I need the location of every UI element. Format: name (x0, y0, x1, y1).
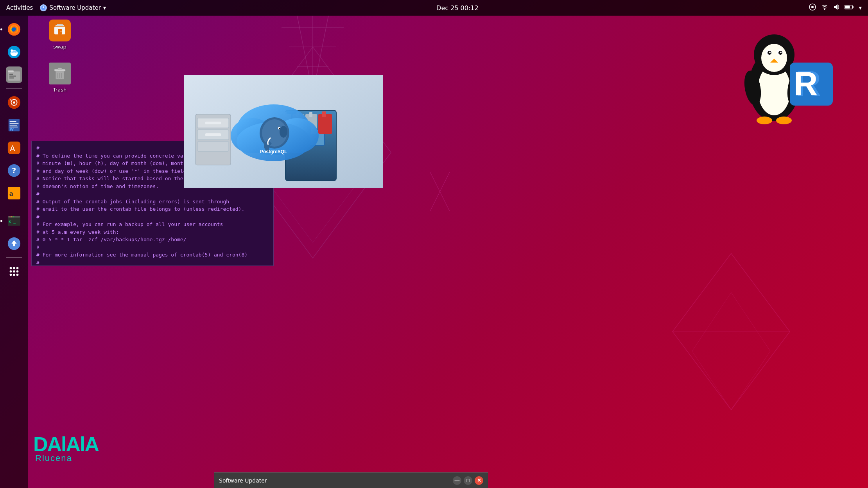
svg-rect-79 (205, 122, 221, 124)
svg-point-104 (280, 126, 287, 138)
sidebar-item-thunderbird[interactable] (4, 41, 25, 63)
sidebar-item-updater[interactable] (4, 233, 25, 254)
sidebar-item-terminal[interactable]: $ _ (4, 210, 25, 231)
svg-point-34 (13, 101, 15, 104)
svg-marker-17 (834, 4, 838, 10)
activities-button[interactable]: Activities (6, 4, 33, 11)
sidebar-item-help[interactable]: ? (4, 160, 25, 181)
swap-label: swap (53, 44, 66, 50)
svg-rect-37 (10, 121, 16, 122)
svg-rect-39 (10, 125, 17, 126)
svg-point-62 (10, 274, 12, 276)
dock-separator-1 (6, 88, 22, 89)
sidebar-item-files[interactable] (4, 64, 25, 85)
svg-marker-11 (692, 292, 770, 410)
svg-text:PostgreSQL: PostgreSQL (260, 149, 287, 154)
svg-rect-55 (13, 243, 15, 246)
svg-marker-10 (673, 253, 790, 410)
sidebar-item-appstore[interactable]: A (4, 137, 25, 158)
taskbar-maximize-button[interactable]: □ (464, 476, 472, 485)
svg-rect-20 (845, 6, 850, 9)
svg-text:$ _: $ _ (9, 219, 16, 224)
svg-point-103 (279, 128, 280, 129)
svg-rect-81 (205, 133, 221, 136)
svg-text:A: A (10, 144, 15, 152)
svg-point-63 (13, 274, 15, 276)
datetime-display: Dec 25 00:12 (436, 4, 479, 12)
svg-rect-31 (9, 77, 14, 78)
svg-point-115 (780, 52, 782, 53)
topbar-left: Activities Software Updater ▾ (6, 4, 106, 11)
software-updater-topbar[interactable]: Software Updater ▾ (40, 4, 106, 11)
bottom-logo: DAlAlA Rlucena (33, 428, 131, 468)
sidebar-item-appgrid[interactable] (4, 261, 25, 282)
sidebar-item-podcast[interactable] (4, 92, 25, 113)
svg-rect-19 (852, 6, 854, 8)
svg-point-57 (13, 267, 15, 269)
svg-rect-28 (8, 70, 13, 72)
svg-point-114 (769, 52, 771, 53)
dock-separator-3 (6, 257, 22, 258)
svg-line-8 (430, 172, 450, 211)
svg-point-50 (9, 216, 11, 217)
svg-rect-94 (322, 111, 326, 117)
sidebar-item-amazon[interactable]: a (4, 183, 25, 204)
updater-label: Software Updater (49, 4, 100, 11)
svg-point-35 (10, 99, 12, 100)
svg-rect-30 (9, 75, 16, 76)
system-indicator-icon[interactable] (809, 3, 816, 13)
svg-rect-29 (9, 74, 13, 75)
volume-icon[interactable] (833, 4, 840, 12)
taskbar-minimize-button[interactable]: — (453, 476, 461, 485)
swap-icon (48, 19, 72, 42)
rstudio-mascot: R R (727, 23, 837, 133)
svg-point-117 (757, 117, 772, 124)
sidebar-dock: W A ? a $ _ (0, 16, 28, 488)
svg-text:Rlucena: Rlucena (35, 453, 72, 463)
taskbar-close-button[interactable]: ✕ (475, 476, 483, 485)
svg-point-51 (11, 216, 13, 217)
dock-separator-2 (6, 207, 22, 207)
svg-point-59 (10, 270, 12, 273)
desktop-icon-trash[interactable]: Trash (42, 62, 77, 93)
wifi-icon[interactable] (821, 4, 828, 12)
postgres-image-popup: PostgreSQL (184, 75, 383, 188)
svg-point-61 (16, 270, 19, 273)
svg-point-15 (811, 6, 814, 8)
tray-arrow[interactable]: ▾ (859, 4, 862, 11)
topbar-right: ▾ (809, 3, 862, 13)
svg-rect-93 (318, 114, 332, 134)
svg-point-60 (13, 270, 15, 273)
updater-arrow: ▾ (103, 4, 106, 11)
topbar: Activities Software Updater ▾ Dec 25 00:… (0, 0, 868, 16)
updater-icon (40, 4, 47, 11)
taskbar-window-controls: — □ ✕ (453, 476, 483, 485)
trash-icon (48, 62, 72, 85)
svg-point-16 (824, 9, 825, 10)
trash-label: Trash (53, 87, 66, 93)
svg-point-64 (16, 274, 19, 276)
sidebar-item-firefox[interactable] (4, 19, 25, 40)
svg-rect-82 (197, 142, 229, 151)
svg-point-109 (761, 44, 787, 72)
svg-text:?: ? (12, 166, 16, 175)
battery-icon[interactable] (845, 4, 854, 11)
svg-rect-67 (57, 24, 63, 25)
svg-text:a: a (9, 190, 13, 197)
svg-text:W: W (10, 127, 14, 131)
software-updater-taskbar: Software Updater — □ ✕ (214, 472, 488, 488)
desktop-icon-swap[interactable]: swap (42, 19, 77, 50)
popup-image: PostgreSQL (184, 75, 383, 188)
topbar-center: Dec 25 00:12 (436, 4, 479, 12)
sidebar-item-writer[interactable]: W (4, 115, 25, 136)
svg-rect-38 (10, 123, 19, 124)
svg-point-56 (10, 267, 12, 269)
svg-point-69 (61, 31, 61, 32)
svg-rect-72 (58, 68, 62, 70)
svg-point-58 (16, 267, 19, 269)
svg-line-9 (430, 172, 450, 211)
svg-point-52 (13, 216, 14, 217)
svg-text:DAlAlA: DAlAlA (33, 433, 99, 456)
svg-point-26 (11, 49, 13, 52)
taskbar-title: Software Updater (219, 477, 267, 484)
